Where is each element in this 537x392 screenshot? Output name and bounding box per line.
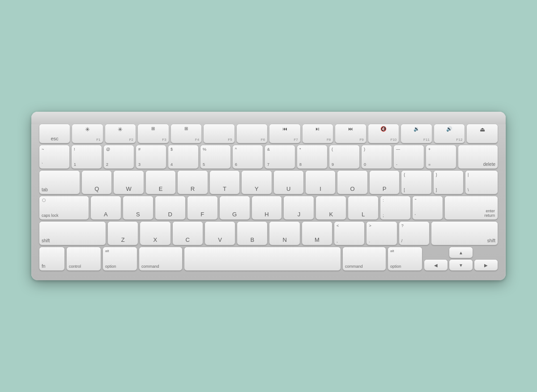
key-j[interactable]: J bbox=[284, 196, 314, 219]
key-p[interactable]: P bbox=[370, 171, 399, 194]
key-caps-lock[interactable]: caps lock bbox=[39, 196, 89, 219]
key-l[interactable]: L bbox=[348, 196, 378, 219]
key-d[interactable]: D bbox=[155, 196, 185, 219]
key-v[interactable]: V bbox=[205, 222, 235, 245]
key-c[interactable]: C bbox=[173, 222, 203, 245]
key-control[interactable]: control bbox=[67, 247, 101, 270]
key-enter[interactable]: enter return bbox=[445, 196, 498, 219]
key-e[interactable]: E bbox=[146, 171, 175, 194]
key-a[interactable]: A bbox=[91, 196, 121, 219]
key-arrow-down[interactable]: ▼ bbox=[449, 260, 473, 270]
key-arrow-left[interactable]: ◀ bbox=[424, 260, 448, 270]
key-period[interactable]: > . bbox=[367, 222, 396, 245]
key-6[interactable]: ^ 6 bbox=[233, 145, 263, 169]
key-k[interactable]: K bbox=[316, 196, 346, 219]
key-bracket-r[interactable]: } ] bbox=[434, 171, 463, 194]
key-arrow-up[interactable]: ▲ bbox=[449, 247, 473, 258]
key-2[interactable]: @ 2 bbox=[104, 145, 134, 169]
key-spacebar[interactable] bbox=[184, 247, 341, 270]
key-o[interactable]: O bbox=[337, 171, 367, 194]
key-backtick[interactable]: ~ ` bbox=[39, 145, 69, 169]
key-8[interactable]: * 8 bbox=[297, 145, 327, 169]
key-9[interactable]: ( 9 bbox=[329, 145, 359, 169]
key-3[interactable]: # 3 bbox=[136, 145, 166, 169]
key-z[interactable]: Z bbox=[108, 222, 138, 245]
key-slash[interactable]: ? / bbox=[399, 222, 429, 245]
key-command-left[interactable]: command bbox=[139, 247, 182, 270]
key-esc[interactable]: esc bbox=[39, 124, 70, 143]
key-command-right[interactable]: command bbox=[343, 247, 386, 270]
key-g[interactable]: G bbox=[220, 196, 250, 219]
key-w[interactable]: W bbox=[114, 171, 143, 194]
key-equals[interactable]: + = bbox=[426, 145, 456, 169]
key-h[interactable]: H bbox=[252, 196, 282, 219]
key-bracket-l[interactable]: { [ bbox=[401, 171, 431, 194]
key-f4[interactable]: ⊞ F4 bbox=[171, 124, 202, 143]
key-delete[interactable]: delete bbox=[458, 145, 498, 169]
key-f7[interactable]: ⏮ F7 bbox=[269, 124, 300, 143]
key-r[interactable]: R bbox=[178, 171, 207, 194]
key-f3[interactable]: ⊞ F3 bbox=[138, 124, 169, 143]
key-arrow-right[interactable]: ▶ bbox=[474, 260, 498, 270]
key-u[interactable]: U bbox=[274, 171, 303, 194]
key-f10[interactable]: 🔇 F10 bbox=[368, 124, 399, 143]
key-q[interactable]: Q bbox=[82, 171, 111, 194]
key-f8[interactable]: ⏯ F8 bbox=[303, 124, 333, 143]
key-i[interactable]: I bbox=[306, 171, 335, 194]
key-f12[interactable]: 🔊 F12 bbox=[434, 124, 465, 143]
key-1[interactable]: ! 1 bbox=[72, 145, 102, 169]
key-quote[interactable]: " ' bbox=[413, 196, 443, 219]
key-f1[interactable]: ✳ F1 bbox=[72, 124, 103, 143]
key-5[interactable]: % 5 bbox=[200, 145, 230, 169]
key-comma[interactable]: < , bbox=[334, 222, 364, 245]
key-t[interactable]: T bbox=[210, 171, 239, 194]
key-y[interactable]: Y bbox=[242, 171, 271, 194]
key-shift-left[interactable]: shift bbox=[39, 222, 106, 245]
key-minus[interactable]: — - bbox=[394, 145, 424, 169]
key-tab[interactable]: tab bbox=[39, 171, 80, 194]
key-0[interactable]: ) 0 bbox=[362, 145, 392, 169]
key-fn[interactable]: fn bbox=[39, 247, 64, 270]
key-option-right[interactable]: alt option bbox=[388, 247, 422, 270]
key-m[interactable]: M bbox=[302, 222, 332, 245]
key-shift-right[interactable]: shift bbox=[431, 222, 498, 245]
key-f[interactable]: F bbox=[188, 196, 217, 219]
keyboard: esc ✳ F1 ✳ F2 ⊞ F3 ⊞ F4 F5 F6 bbox=[31, 112, 506, 280]
key-b[interactable]: B bbox=[237, 222, 267, 245]
key-4[interactable]: $ 4 bbox=[168, 145, 198, 169]
key-f2[interactable]: ✳ F2 bbox=[105, 124, 136, 143]
key-7[interactable]: & 7 bbox=[265, 145, 295, 169]
key-option-left[interactable]: alt option bbox=[103, 247, 137, 270]
key-n[interactable]: N bbox=[269, 222, 299, 245]
key-f5[interactable]: F5 bbox=[204, 124, 234, 143]
key-f6[interactable]: F6 bbox=[237, 124, 268, 143]
key-x[interactable]: X bbox=[140, 222, 170, 245]
key-f11[interactable]: 🔉 F11 bbox=[401, 124, 432, 143]
key-semicolon[interactable]: : ; bbox=[380, 196, 410, 219]
key-eject[interactable]: ⏏ bbox=[467, 124, 498, 143]
key-backslash[interactable]: | \ bbox=[465, 171, 498, 194]
key-s[interactable]: S bbox=[123, 196, 153, 219]
key-f9[interactable]: ⏭ F9 bbox=[335, 124, 366, 143]
